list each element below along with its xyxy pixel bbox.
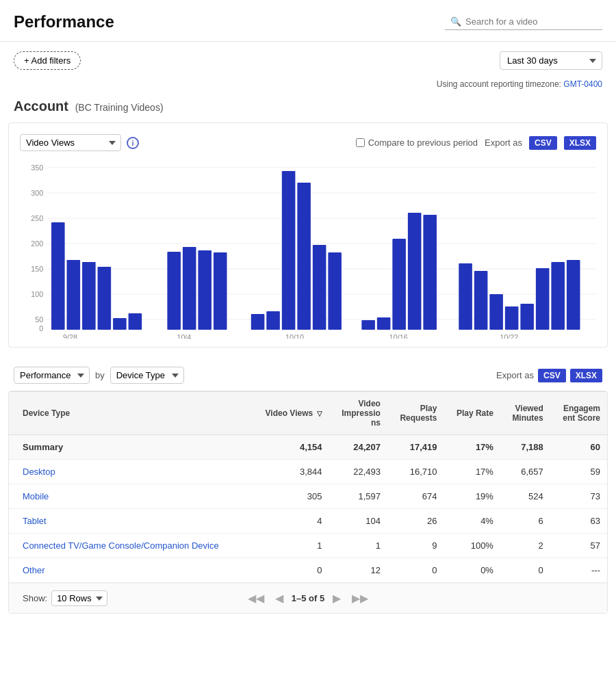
- table-toolbar-left: Performance by Device Type Geography Pla…: [14, 367, 184, 384]
- row-requests: 26: [387, 509, 444, 534]
- search-input[interactable]: [465, 16, 595, 27]
- row-score: 57: [550, 534, 607, 558]
- summary-requests: 17,419: [387, 435, 444, 460]
- svg-text:10/22: 10/22: [500, 333, 518, 339]
- compare-label: Compare to previous period: [356, 138, 478, 148]
- chart-csv-button[interactable]: CSV: [529, 136, 557, 150]
- summary-impressions: 24,207: [329, 435, 387, 460]
- svg-rect-18: [98, 267, 112, 330]
- svg-rect-28: [297, 183, 311, 330]
- prev-page-button[interactable]: ◀: [272, 590, 286, 606]
- svg-rect-41: [536, 268, 550, 330]
- svg-rect-22: [183, 247, 196, 330]
- svg-text:100: 100: [31, 290, 43, 298]
- table-csv-button[interactable]: CSV: [538, 369, 566, 382]
- row-device[interactable]: Other: [9, 558, 251, 583]
- timezone-row: Using account reporting timezone: GMT-04…: [0, 79, 616, 93]
- svg-rect-26: [266, 311, 280, 330]
- row-minutes: 6,657: [500, 460, 550, 484]
- svg-rect-36: [459, 263, 472, 330]
- chart-xlsx-button[interactable]: XLSX: [564, 136, 596, 150]
- row-score: 73: [550, 484, 607, 509]
- bar-chart: 350 300 250 200 150 100 50 0: [20, 161, 596, 339]
- search-box: 🔍: [445, 14, 602, 30]
- page-header: Performance 🔍: [0, 0, 616, 42]
- table-row: Mobile 305 1,597 674 19% 524 73: [9, 484, 607, 509]
- row-requests: 0: [387, 558, 444, 583]
- by-select[interactable]: Device Type Geography Player: [110, 367, 184, 384]
- svg-text:10/10: 10/10: [285, 333, 304, 339]
- rows-select[interactable]: 10 Rows 25 Rows 50 Rows: [51, 590, 107, 606]
- page-info: 1–5 of 5: [292, 593, 324, 603]
- summary-rate: 17%: [444, 435, 500, 460]
- col-video-views[interactable]: Video Views ▽: [251, 392, 329, 435]
- timezone-value[interactable]: GMT-0400: [563, 79, 602, 89]
- table-row: Connected TV/Game Console/Companion Devi…: [9, 534, 607, 558]
- svg-rect-25: [251, 314, 265, 330]
- row-views: 4: [251, 509, 329, 534]
- table-row: Tablet 4 104 26 4% 6 63: [9, 509, 607, 534]
- svg-rect-40: [520, 304, 534, 330]
- compare-checkbox[interactable]: [356, 138, 365, 147]
- chart-left-controls: Video Views Video Impressions Play Reque…: [20, 134, 139, 151]
- row-views: 3,844: [251, 460, 329, 484]
- row-rate: 0%: [444, 558, 500, 583]
- summary-row: Summary 4,154 24,207 17,419 17% 7,188 60: [9, 435, 607, 460]
- table-toolbar: Performance by Device Type Geography Pla…: [0, 358, 616, 391]
- add-filters-button[interactable]: + Add filters: [14, 51, 81, 70]
- device-link: Tablet: [23, 516, 47, 526]
- svg-rect-17: [82, 262, 96, 330]
- row-requests: 9: [387, 534, 444, 558]
- device-link: Other: [23, 565, 45, 575]
- svg-text:10/16: 10/16: [389, 333, 408, 339]
- summary-views: 4,154: [251, 435, 329, 460]
- summary-minutes: 7,188: [500, 435, 550, 460]
- sort-icon: ▽: [317, 410, 322, 417]
- row-device[interactable]: Tablet: [9, 509, 251, 534]
- svg-text:0: 0: [39, 324, 43, 332]
- first-page-button[interactable]: ◀◀: [245, 590, 267, 606]
- row-impressions: 1: [329, 534, 387, 558]
- svg-text:300: 300: [31, 189, 43, 197]
- svg-rect-29: [313, 245, 326, 330]
- svg-rect-42: [551, 262, 565, 330]
- svg-rect-43: [567, 260, 580, 330]
- summary-device: Summary: [9, 435, 251, 460]
- row-minutes: 524: [500, 484, 550, 509]
- data-table-wrapper: Device Type Video Views ▽ VideoImpressio…: [8, 391, 608, 614]
- svg-rect-37: [474, 271, 488, 330]
- table-xlsx-button[interactable]: XLSX: [570, 369, 602, 382]
- svg-rect-21: [167, 252, 181, 330]
- svg-text:150: 150: [31, 265, 43, 273]
- show-label: Show: 10 Rows 25 Rows 50 Rows: [23, 590, 107, 606]
- row-device[interactable]: Connected TV/Game Console/Companion Devi…: [9, 534, 251, 558]
- col-engagement-score: Engagement Score: [550, 392, 607, 435]
- info-icon[interactable]: i: [127, 137, 139, 149]
- export-label: Export as: [485, 138, 522, 148]
- row-score: 59: [550, 460, 607, 484]
- performance-select[interactable]: Performance: [14, 367, 90, 384]
- page-title: Performance: [14, 12, 114, 31]
- svg-text:50: 50: [35, 315, 43, 324]
- row-requests: 674: [387, 484, 444, 509]
- svg-rect-27: [282, 171, 296, 330]
- filter-toolbar: + Add filters Last 30 days Last 7 days L…: [0, 42, 616, 79]
- next-page-button[interactable]: ▶: [330, 590, 344, 606]
- row-device[interactable]: Mobile: [9, 484, 251, 509]
- row-device[interactable]: Desktop: [9, 460, 251, 484]
- svg-text:250: 250: [31, 214, 43, 222]
- row-views: 0: [251, 558, 329, 583]
- show-text: Show:: [23, 593, 47, 603]
- last-page-button[interactable]: ▶▶: [349, 590, 371, 606]
- table-export-label: Export as: [496, 370, 534, 380]
- device-link: Desktop: [23, 467, 55, 477]
- date-range-select[interactable]: Last 30 days Last 7 days Last 90 days Cu…: [500, 51, 602, 70]
- svg-rect-33: [392, 239, 406, 330]
- row-views: 305: [251, 484, 329, 509]
- svg-rect-31: [361, 320, 375, 330]
- table-row: Desktop 3,844 22,493 16,710 17% 6,657 59: [9, 460, 607, 484]
- metric-select[interactable]: Video Views Video Impressions Play Reque…: [20, 134, 121, 151]
- row-minutes: 2: [500, 534, 550, 558]
- by-label: by: [95, 370, 105, 380]
- svg-rect-38: [489, 294, 503, 330]
